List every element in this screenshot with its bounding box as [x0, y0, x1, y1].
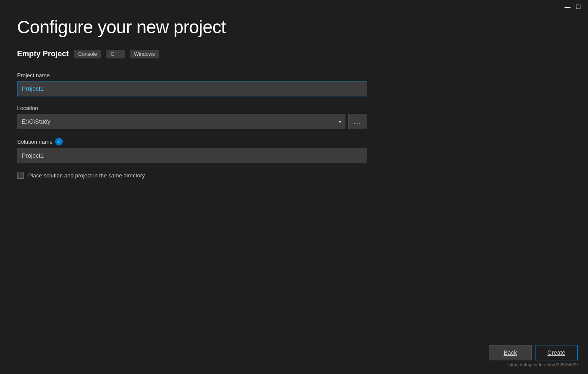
- create-label: Create: [547, 349, 565, 356]
- title-bar: — ☐: [558, 0, 588, 14]
- maximize-button[interactable]: ☐: [576, 3, 581, 10]
- solution-name-input[interactable]: [17, 148, 367, 163]
- directory-underline: directory: [123, 172, 145, 179]
- create-button[interactable]: Create: [535, 345, 578, 360]
- back-label: Back: [503, 349, 517, 356]
- tag-windows: Windows: [130, 50, 159, 58]
- same-directory-label: Place solution and project in the same d…: [28, 172, 145, 179]
- project-type-label: Empty Project: [17, 49, 69, 58]
- solution-name-group: Solution name i: [17, 138, 367, 163]
- project-name-input[interactable]: [17, 81, 367, 96]
- same-directory-row: Place solution and project in the same d…: [17, 172, 367, 179]
- project-name-group: Project name: [17, 72, 367, 96]
- location-group: Location ▼ ...: [17, 105, 367, 129]
- solution-name-info-icon: i: [55, 138, 63, 145]
- tag-console: Console: [74, 50, 101, 58]
- watermark: https://blog.csdn.net/u012505629: [508, 362, 578, 367]
- browse-button[interactable]: ...: [348, 114, 367, 129]
- tag-cpp: C++: [106, 50, 125, 58]
- minimize-button[interactable]: —: [565, 3, 570, 10]
- page-title: Configure your new project: [17, 17, 367, 38]
- location-row: ▼ ...: [17, 114, 367, 129]
- location-input[interactable]: [17, 114, 345, 129]
- solution-name-label: Solution name i: [17, 138, 367, 145]
- bottom-buttons: Back Create: [489, 345, 578, 360]
- main-content: Configure your new project Empty Project…: [0, 0, 384, 196]
- bottom-bar: Back Create https://blog.csdn.net/u01250…: [0, 338, 588, 374]
- project-name-label: Project name: [17, 72, 367, 78]
- project-type-row: Empty Project Console C++ Windows: [17, 49, 367, 58]
- location-label: Location: [17, 105, 367, 111]
- location-input-wrapper: ▼: [17, 114, 345, 129]
- same-directory-checkbox[interactable]: [17, 172, 24, 179]
- back-button[interactable]: Back: [489, 345, 532, 360]
